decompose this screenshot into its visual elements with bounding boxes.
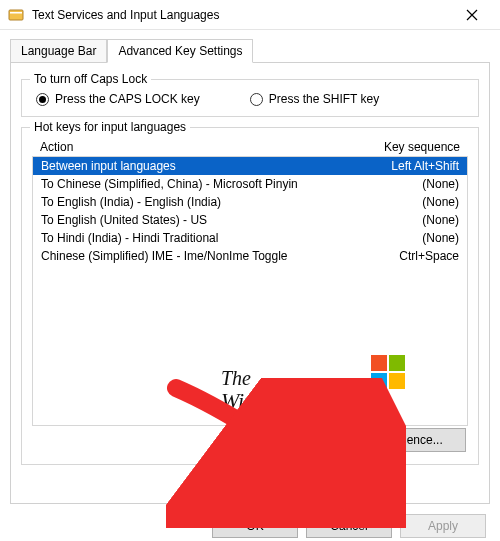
list-row[interactable]: To English (India) - English (India) (No… [33,193,467,211]
cell-action: To English (United States) - US [41,213,349,227]
cell-action: Between input languages [41,159,349,173]
tab-strip: Language Bar Advanced Key Settings [10,39,490,63]
dialog-buttons: OK Cancel Apply [0,504,500,541]
cell-action: To Hindi (India) - Hindi Traditional [41,231,349,245]
cell-keyseq: (None) [349,231,459,245]
cell-keyseq: (None) [349,213,459,227]
radio-dot-icon [250,93,263,106]
radio-caps-lock-key[interactable]: Press the CAPS LOCK key [36,92,200,106]
cell-action: To Chinese (Simplified, China) - Microso… [41,177,349,191]
caps-lock-radios: Press the CAPS LOCK key Press the SHIFT … [32,90,468,108]
content-area: Language Bar Advanced Key Settings To tu… [0,30,500,504]
cell-keyseq: Left Alt+Shift [349,159,459,173]
cell-action: To English (India) - English (India) [41,195,349,209]
caps-lock-group-label: To turn off Caps Lock [30,72,151,86]
radio-shift-key[interactable]: Press the SHIFT key [250,92,379,106]
caps-lock-group: To turn off Caps Lock Press the CAPS LOC… [21,79,479,117]
svg-rect-1 [10,12,22,14]
ok-button[interactable]: OK [212,514,298,538]
cell-keyseq: Ctrl+Space [349,249,459,263]
hotkeys-list-header: Action Key sequence [32,138,468,156]
hotkeys-group-label: Hot keys for input languages [30,120,190,134]
hotkeys-list[interactable]: Between input languages Left Alt+Shift T… [32,156,468,426]
app-icon [8,7,24,23]
tab-language-bar[interactable]: Language Bar [10,39,107,63]
list-row[interactable]: To English (United States) - US (None) [33,211,467,229]
list-row[interactable]: Chinese (Simplified) IME - Ime/NonIme To… [33,247,467,265]
apply-button: Apply [400,514,486,538]
window-title: Text Services and Input Languages [32,8,452,22]
hotkeys-group: Hot keys for input languages Action Key … [21,127,479,465]
tab-advanced-key-settings[interactable]: Advanced Key Settings [107,39,253,63]
close-icon [466,9,478,21]
svg-rect-0 [9,10,23,20]
col-action-header: Action [40,140,350,154]
list-row[interactable]: To Hindi (India) - Hindi Traditional (No… [33,229,467,247]
close-button[interactable] [452,0,492,30]
tabpage-advanced: To turn off Caps Lock Press the CAPS LOC… [10,62,490,504]
cell-action: Chinese (Simplified) IME - Ime/NonIme To… [41,249,349,263]
list-row[interactable]: To Chinese (Simplified, China) - Microso… [33,175,467,193]
change-key-sequence-button[interactable]: Change Key Sequence... [286,428,466,452]
radio-label: Press the CAPS LOCK key [55,92,200,106]
cell-keyseq: (None) [349,177,459,191]
cell-keyseq: (None) [349,195,459,209]
list-row[interactable]: Between input languages Left Alt+Shift [33,157,467,175]
col-keyseq-header: Key sequence [350,140,460,154]
radio-dot-icon [36,93,49,106]
titlebar: Text Services and Input Languages [0,0,500,30]
radio-label: Press the SHIFT key [269,92,379,106]
cancel-button[interactable]: Cancel [306,514,392,538]
